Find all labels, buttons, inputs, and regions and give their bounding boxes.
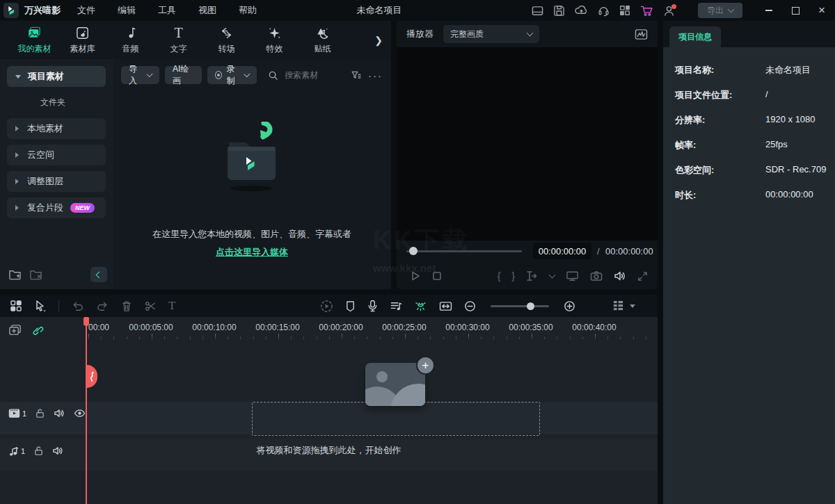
ruler-label: 00:00:15:00	[255, 323, 299, 332]
chevron-down-icon[interactable]	[630, 304, 635, 308]
marker-icon[interactable]	[345, 300, 356, 312]
save-icon[interactable]	[553, 5, 565, 17]
stock-library-icon	[74, 25, 90, 41]
minimize-button[interactable]	[756, 0, 782, 21]
sidebar-item-cloud-space[interactable]: 云空间	[7, 145, 106, 165]
auto-ripple-magnet-icon[interactable]	[414, 300, 427, 312]
sidebar-item-compound-clip[interactable]: 复合片段 NEW	[7, 197, 106, 218]
zoom-slider-thumb[interactable]	[527, 302, 534, 310]
link-clips-icon[interactable]	[31, 324, 44, 336]
panel-layout-icon[interactable]	[532, 5, 543, 17]
mute-track-icon[interactable]	[54, 408, 65, 418]
delete-folder-icon[interactable]	[29, 268, 42, 280]
new-folder-icon[interactable]	[8, 268, 22, 280]
close-button[interactable]: ×	[809, 0, 835, 21]
account-button[interactable]	[663, 5, 675, 17]
fit-timeline-icon[interactable]	[439, 301, 452, 311]
chevron-left-icon	[95, 271, 102, 278]
audio-note-icon	[122, 25, 138, 41]
zoom-in-icon[interactable]	[564, 300, 575, 312]
tab-audio[interactable]: 音频	[107, 25, 154, 55]
chevron-down-icon	[527, 30, 534, 37]
redo-icon[interactable]	[96, 300, 109, 311]
playhead-line[interactable]	[86, 317, 87, 504]
mark-out-button[interactable]: }	[511, 270, 515, 282]
tab-transitions[interactable]: 转场	[203, 25, 250, 55]
voiceover-mic-icon[interactable]	[367, 300, 378, 312]
sidebar-item-label: 复合片段	[27, 202, 63, 214]
audio-mixer-icon[interactable]	[390, 300, 402, 312]
sidebar-item-project-media[interactable]: 项目素材	[7, 66, 106, 87]
media-view-icon[interactable]	[10, 300, 22, 312]
store-cart-icon[interactable]	[640, 5, 653, 17]
add-media-plus-icon[interactable]: +	[416, 356, 435, 375]
quality-dropdown[interactable]: 完整画质	[443, 25, 539, 43]
collapse-sidebar-button[interactable]	[90, 267, 107, 282]
volume-icon[interactable]	[614, 270, 626, 282]
video-track-icon	[8, 408, 20, 418]
render-preview-icon[interactable]	[320, 300, 333, 313]
lock-track-icon[interactable]	[35, 408, 45, 418]
collapse-arrow-icon	[15, 179, 19, 184]
timeline[interactable]: 00:00 00:00:05:00 00:00:10:00 00:00:15:0…	[0, 317, 658, 504]
seek-bar[interactable]	[406, 250, 522, 252]
tab-project-info[interactable]: 项目信息	[669, 26, 721, 47]
seek-thumb[interactable]	[409, 247, 418, 255]
timeline-zoom-slider[interactable]	[491, 305, 549, 307]
zoom-out-icon[interactable]	[464, 300, 476, 312]
tab-label: 贴纸	[315, 43, 331, 55]
sidebar-item-local-media[interactable]: 本地素材	[7, 118, 106, 139]
tab-stock-library[interactable]: 素材库	[59, 25, 106, 55]
split-scissors-icon[interactable]	[144, 300, 157, 312]
tab-my-media[interactable]: 我的素材	[11, 25, 58, 55]
info-label: 色彩空间:	[675, 164, 765, 177]
menu-tools[interactable]: 工具	[147, 4, 187, 17]
hide-track-icon[interactable]	[74, 409, 86, 418]
search-box[interactable]	[268, 70, 345, 81]
more-options-button[interactable]: ···	[368, 70, 383, 81]
tab-effects[interactable]: 特效	[251, 25, 298, 55]
delete-icon[interactable]	[121, 300, 132, 312]
ai-paint-button[interactable]: AI绘画	[165, 66, 202, 84]
tab-stickers[interactable]: 贴纸	[299, 25, 346, 55]
snapshot-camera-icon[interactable]	[590, 270, 603, 282]
stop-button[interactable]	[431, 270, 443, 282]
import-media-link[interactable]: 点击这里导入媒体	[216, 246, 288, 259]
maximize-button[interactable]	[782, 0, 809, 21]
select-tool-icon[interactable]	[34, 300, 47, 312]
apps-grid-icon[interactable]	[619, 5, 630, 16]
scope-icon[interactable]	[635, 29, 648, 40]
play-button[interactable]	[409, 270, 422, 282]
fullscreen-icon[interactable]	[637, 271, 648, 282]
menu-file[interactable]: 文件	[66, 4, 106, 17]
menu-edit[interactable]: 编辑	[106, 4, 147, 17]
playhead-snap-badge[interactable]	[87, 365, 97, 388]
playhead-handle[interactable]	[84, 317, 89, 326]
sidebar-item-adjustment-layer[interactable]: 调整图层	[7, 171, 106, 192]
mark-in-button[interactable]: {	[498, 270, 501, 282]
filter-icon[interactable]	[351, 70, 361, 81]
track-manager-icon[interactable]	[612, 300, 624, 312]
cloud-sync-icon[interactable]	[575, 5, 588, 17]
trim-tool-icon[interactable]	[526, 270, 539, 282]
undo-icon[interactable]	[71, 300, 84, 311]
export-button[interactable]: 导出	[698, 3, 742, 18]
sticker-icon	[315, 25, 331, 41]
support-headset-icon[interactable]	[598, 5, 610, 17]
add-clip-icon[interactable]	[8, 324, 22, 336]
search-input[interactable]	[283, 70, 345, 81]
timeline-drop-zone[interactable]	[252, 402, 540, 436]
sidebar-item-folder[interactable]: 文件夹	[40, 97, 113, 108]
chevron-down-icon[interactable]	[549, 272, 556, 279]
ruler-label: 00:00:05:00	[129, 323, 173, 332]
tab-text[interactable]: T 文字	[155, 25, 202, 55]
menu-view[interactable]: 视图	[187, 4, 228, 17]
sidebar-item-label: 本地素材	[27, 122, 63, 135]
menu-help[interactable]: 帮助	[228, 4, 268, 17]
text-tool-button[interactable]: T	[168, 300, 175, 312]
record-button[interactable]: 录制	[207, 66, 257, 84]
tabbar-expand-chevron[interactable]: ❯	[374, 35, 383, 46]
mirror-display-icon[interactable]	[566, 270, 579, 282]
info-label: 分辨率:	[675, 114, 765, 127]
import-button[interactable]: 导入	[121, 66, 159, 84]
